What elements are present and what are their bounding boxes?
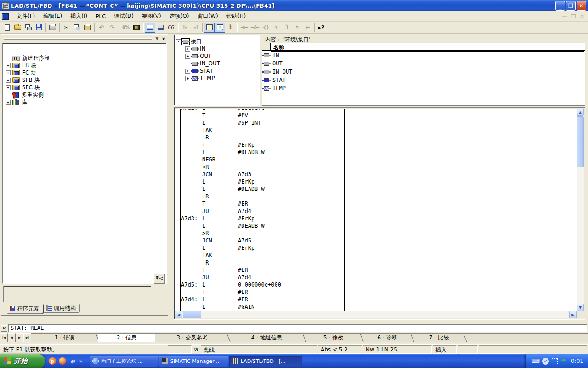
plc-connect-icon[interactable] bbox=[155, 23, 166, 33]
monitor-gold-icon[interactable] bbox=[131, 23, 141, 33]
cut-icon[interactable]: ✂ bbox=[61, 23, 72, 33]
view-detail-icon[interactable] bbox=[215, 23, 225, 33]
tab-program-elements[interactable]: 程序元素 bbox=[7, 304, 43, 314]
stl-code-editor[interactable]: A7d2:L#Istwert T#PV L#SP_INT TAK -R T#Er… bbox=[175, 109, 577, 311]
first-tab-icon[interactable]: |◀ bbox=[0, 333, 8, 342]
content-row-stat[interactable]: STAT bbox=[262, 76, 585, 84]
menu-help[interactable]: 帮助(H) bbox=[222, 11, 250, 22]
expand-icon[interactable]: + bbox=[185, 46, 190, 52]
last-tab-icon[interactable]: ▶| bbox=[23, 333, 31, 342]
tab-call-structure[interactable]: 调用结构 bbox=[43, 304, 80, 313]
iface-item-temp[interactable]: + TEMP bbox=[185, 75, 258, 82]
program-elements-tree[interactable]: 新建程序段 + FB 块 + FC 块 + SFB 块 + SFC 块 bbox=[2, 43, 167, 284]
scroll-right-icon[interactable]: ▶ bbox=[569, 311, 577, 318]
antivirus-umbrella-icon[interactable]: ☂ bbox=[560, 358, 566, 364]
tree-item-library[interactable]: + 库 bbox=[6, 98, 164, 106]
tree-item-new-network[interactable]: 新建程序段 bbox=[6, 54, 164, 62]
tree-item-sfc[interactable]: + SFC 块 bbox=[6, 84, 164, 91]
paste-icon[interactable] bbox=[82, 23, 93, 33]
menu-options[interactable]: 选项(O) bbox=[165, 11, 193, 22]
contact-no-icon[interactable]: ⊣⊢ bbox=[239, 23, 249, 33]
t-branch-icon[interactable]: ⊢ bbox=[302, 23, 313, 33]
print-icon[interactable] bbox=[47, 23, 58, 33]
tab-comparison[interactable]: 7：比较 bbox=[413, 334, 465, 342]
monitor-glasses-icon[interactable]: 66' bbox=[166, 23, 176, 33]
undo-icon[interactable]: ↶ bbox=[96, 23, 107, 33]
tree-item-fb[interactable]: + FB 块 bbox=[6, 62, 164, 69]
coil-icon[interactable]: -( ) bbox=[260, 23, 271, 33]
download-blocks-icon[interactable] bbox=[23, 23, 34, 33]
dock-close-icon[interactable]: × bbox=[160, 36, 167, 42]
prev-tab-icon[interactable]: ◀ bbox=[8, 333, 16, 342]
menu-view[interactable]: 视图(V) bbox=[138, 11, 165, 22]
sort-jump-button[interactable]: ₹< bbox=[154, 274, 165, 284]
quick-launch-more-icon[interactable]: » bbox=[79, 358, 82, 364]
horizontal-scrollbar[interactable]: ◀ ▶ bbox=[175, 311, 577, 318]
iface-root[interactable]: - 接口 bbox=[176, 38, 258, 45]
menu-insert[interactable]: 插入(I) bbox=[66, 11, 91, 22]
quick-launch-qq-icon[interactable] bbox=[59, 357, 66, 365]
open-branch-icon[interactable]: Ⴈ bbox=[281, 23, 292, 33]
copy-icon[interactable] bbox=[72, 23, 82, 33]
tab-errors[interactable]: 1：错误 bbox=[31, 334, 98, 342]
expand-icon[interactable]: + bbox=[6, 63, 11, 68]
expand-icon[interactable]: + bbox=[185, 76, 190, 81]
interface-tree-pane[interactable]: - 接口 + IN + OUT IN_OUT + ST bbox=[174, 34, 260, 106]
redo-icon[interactable]: ↷ bbox=[107, 23, 117, 33]
menu-file[interactable]: 文件(F) bbox=[12, 11, 39, 22]
expand-icon[interactable]: + bbox=[185, 69, 190, 74]
prev-error-icon[interactable]: !« bbox=[180, 23, 190, 33]
tab-diagnostics[interactable]: 6：诊断 bbox=[362, 334, 413, 342]
tree-item-fc[interactable]: + FC 块 bbox=[6, 69, 164, 76]
mdi-minimize-icon[interactable]: — bbox=[562, 13, 567, 20]
monitor-block-icon[interactable]: 0% bbox=[120, 23, 131, 33]
menu-plc[interactable]: PLC bbox=[91, 12, 110, 21]
empty-box-icon[interactable]: ⍰ bbox=[271, 23, 281, 33]
new-icon[interactable] bbox=[2, 23, 12, 33]
next-tab-icon[interactable]: ▶ bbox=[16, 333, 23, 342]
view-declaration-icon[interactable] bbox=[204, 23, 215, 33]
horizontal-scroll-thumb[interactable] bbox=[183, 311, 201, 318]
task-lad-stl-fbd[interactable]: LAD/STL/FBD - [... bbox=[229, 356, 302, 367]
quick-launch-ie-icon[interactable]: e bbox=[69, 357, 76, 365]
help-select-icon[interactable]: ▸? bbox=[316, 23, 327, 33]
tab-address-info[interactable]: 4：地址信息 bbox=[229, 334, 305, 342]
save-icon[interactable] bbox=[34, 23, 44, 33]
quick-launch-pplive-icon[interactable]: p bbox=[49, 357, 56, 365]
iface-item-in[interactable]: + IN bbox=[185, 45, 258, 52]
iface-item-stat[interactable]: + STAT bbox=[185, 67, 258, 75]
content-row-in[interactable]: IN bbox=[262, 51, 585, 59]
message-close-icon[interactable]: ✕ bbox=[1, 325, 7, 332]
tab-modify[interactable]: 5：修改 bbox=[305, 334, 362, 342]
scroll-up-icon[interactable]: ▲ bbox=[577, 109, 584, 116]
dock-dropdown-icon[interactable]: ▼ bbox=[154, 36, 160, 42]
close-branch-icon[interactable]: ↰ bbox=[292, 23, 302, 33]
keyboard-layout-icon[interactable]: ⌨ bbox=[531, 358, 539, 364]
mdi-restore-icon[interactable]: ❐ bbox=[571, 13, 576, 20]
expand-icon[interactable]: + bbox=[6, 70, 11, 75]
menu-debug[interactable]: 调试(D) bbox=[110, 11, 138, 22]
expand-icon[interactable]: + bbox=[6, 85, 11, 90]
expand-icon[interactable]: + bbox=[6, 78, 11, 83]
content-row-out[interactable]: OUT bbox=[262, 59, 585, 68]
mdi-child-icon[interactable] bbox=[2, 13, 9, 20]
mdi-close-icon[interactable]: ✕ bbox=[580, 13, 584, 20]
vertical-scrollbar[interactable]: ▲ ▼ bbox=[577, 109, 584, 311]
close-button[interactable]: ✕ bbox=[577, 1, 586, 11]
tree-item-sfb[interactable]: + SFB 块 bbox=[6, 76, 164, 84]
vertical-scroll-thumb[interactable] bbox=[577, 116, 584, 167]
content-table[interactable]: 名称 IN OUT IN_OUT STAT TEMP bbox=[262, 43, 585, 92]
tab-info[interactable]: 2：信息 bbox=[98, 334, 155, 342]
next-error-icon[interactable]: »! bbox=[190, 23, 201, 33]
expand-icon[interactable]: + bbox=[185, 54, 190, 59]
menu-window[interactable]: 窗口(W) bbox=[193, 11, 222, 22]
content-row-in-out[interactable]: IN_OUT bbox=[262, 68, 585, 76]
tab-cross-reference[interactable]: 3：交叉参考 bbox=[155, 334, 229, 342]
scroll-left-icon[interactable]: ◀ bbox=[175, 311, 182, 318]
tree-item-multi-instance[interactable]: 多重实例 bbox=[6, 91, 164, 98]
open-icon[interactable] bbox=[12, 23, 23, 33]
start-button[interactable]: 开始 bbox=[0, 354, 45, 368]
iface-item-out[interactable]: + OUT bbox=[185, 52, 258, 60]
dock-grip[interactable]: ▼ × bbox=[2, 35, 167, 42]
collapse-icon[interactable]: - bbox=[176, 39, 181, 44]
